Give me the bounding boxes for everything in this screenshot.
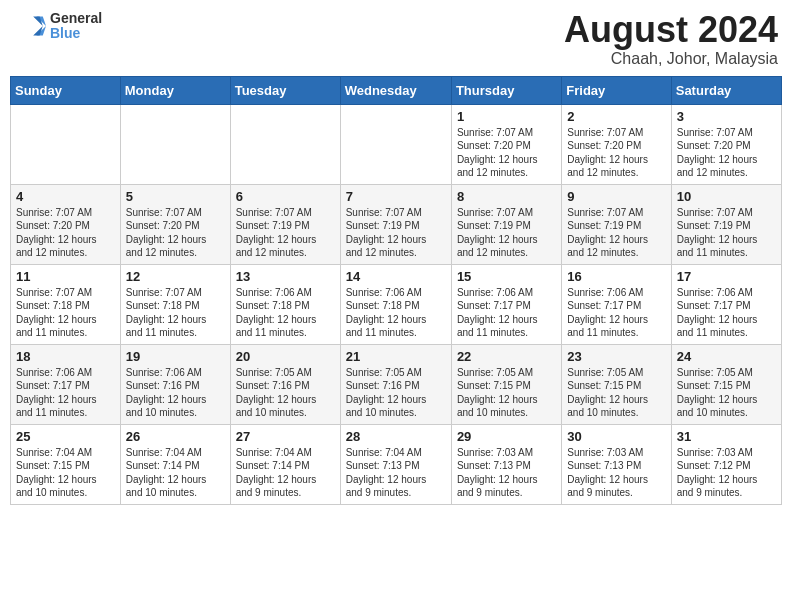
day-info: Sunrise: 7:06 AM Sunset: 7:17 PM Dayligh… bbox=[457, 286, 556, 340]
calendar-cell bbox=[11, 104, 121, 184]
day-number: 6 bbox=[236, 189, 335, 204]
day-info: Sunrise: 7:07 AM Sunset: 7:19 PM Dayligh… bbox=[346, 206, 446, 260]
calendar-cell: 21Sunrise: 7:05 AM Sunset: 7:16 PM Dayli… bbox=[340, 344, 451, 424]
day-number: 12 bbox=[126, 269, 225, 284]
day-info: Sunrise: 7:03 AM Sunset: 7:13 PM Dayligh… bbox=[567, 446, 665, 500]
calendar-cell: 1Sunrise: 7:07 AM Sunset: 7:20 PM Daylig… bbox=[451, 104, 561, 184]
day-info: Sunrise: 7:07 AM Sunset: 7:19 PM Dayligh… bbox=[677, 206, 776, 260]
day-info: Sunrise: 7:05 AM Sunset: 7:16 PM Dayligh… bbox=[236, 366, 335, 420]
day-number: 13 bbox=[236, 269, 335, 284]
page-header: General Blue August 2024 Chaah, Johor, M… bbox=[10, 10, 782, 68]
day-info: Sunrise: 7:05 AM Sunset: 7:15 PM Dayligh… bbox=[457, 366, 556, 420]
day-number: 29 bbox=[457, 429, 556, 444]
day-number: 8 bbox=[457, 189, 556, 204]
day-info: Sunrise: 7:07 AM Sunset: 7:20 PM Dayligh… bbox=[677, 126, 776, 180]
day-number: 28 bbox=[346, 429, 446, 444]
day-info: Sunrise: 7:06 AM Sunset: 7:18 PM Dayligh… bbox=[236, 286, 335, 340]
day-info: Sunrise: 7:06 AM Sunset: 7:16 PM Dayligh… bbox=[126, 366, 225, 420]
weekday-header-wednesday: Wednesday bbox=[340, 76, 451, 104]
day-info: Sunrise: 7:04 AM Sunset: 7:14 PM Dayligh… bbox=[236, 446, 335, 500]
day-info: Sunrise: 7:07 AM Sunset: 7:20 PM Dayligh… bbox=[126, 206, 225, 260]
day-info: Sunrise: 7:07 AM Sunset: 7:18 PM Dayligh… bbox=[126, 286, 225, 340]
day-info: Sunrise: 7:05 AM Sunset: 7:16 PM Dayligh… bbox=[346, 366, 446, 420]
day-info: Sunrise: 7:04 AM Sunset: 7:13 PM Dayligh… bbox=[346, 446, 446, 500]
calendar-table: SundayMondayTuesdayWednesdayThursdayFrid… bbox=[10, 76, 782, 505]
week-row-5: 25Sunrise: 7:04 AM Sunset: 7:15 PM Dayli… bbox=[11, 424, 782, 504]
calendar-cell: 11Sunrise: 7:07 AM Sunset: 7:18 PM Dayli… bbox=[11, 264, 121, 344]
day-info: Sunrise: 7:07 AM Sunset: 7:19 PM Dayligh… bbox=[457, 206, 556, 260]
day-number: 19 bbox=[126, 349, 225, 364]
calendar-cell: 23Sunrise: 7:05 AM Sunset: 7:15 PM Dayli… bbox=[562, 344, 671, 424]
weekday-header-monday: Monday bbox=[120, 76, 230, 104]
month-title: August 2024 bbox=[564, 10, 778, 50]
calendar-cell: 16Sunrise: 7:06 AM Sunset: 7:17 PM Dayli… bbox=[562, 264, 671, 344]
calendar-cell: 5Sunrise: 7:07 AM Sunset: 7:20 PM Daylig… bbox=[120, 184, 230, 264]
day-info: Sunrise: 7:03 AM Sunset: 7:12 PM Dayligh… bbox=[677, 446, 776, 500]
week-row-2: 4Sunrise: 7:07 AM Sunset: 7:20 PM Daylig… bbox=[11, 184, 782, 264]
weekday-header-thursday: Thursday bbox=[451, 76, 561, 104]
day-number: 23 bbox=[567, 349, 665, 364]
calendar-cell: 26Sunrise: 7:04 AM Sunset: 7:14 PM Dayli… bbox=[120, 424, 230, 504]
day-number: 9 bbox=[567, 189, 665, 204]
calendar-cell: 25Sunrise: 7:04 AM Sunset: 7:15 PM Dayli… bbox=[11, 424, 121, 504]
day-number: 15 bbox=[457, 269, 556, 284]
logo: General Blue bbox=[14, 10, 102, 42]
day-info: Sunrise: 7:05 AM Sunset: 7:15 PM Dayligh… bbox=[677, 366, 776, 420]
calendar-cell: 29Sunrise: 7:03 AM Sunset: 7:13 PM Dayli… bbox=[451, 424, 561, 504]
week-row-4: 18Sunrise: 7:06 AM Sunset: 7:17 PM Dayli… bbox=[11, 344, 782, 424]
week-row-1: 1Sunrise: 7:07 AM Sunset: 7:20 PM Daylig… bbox=[11, 104, 782, 184]
day-info: Sunrise: 7:06 AM Sunset: 7:17 PM Dayligh… bbox=[16, 366, 115, 420]
calendar-cell: 22Sunrise: 7:05 AM Sunset: 7:15 PM Dayli… bbox=[451, 344, 561, 424]
calendar-cell: 17Sunrise: 7:06 AM Sunset: 7:17 PM Dayli… bbox=[671, 264, 781, 344]
calendar-cell: 3Sunrise: 7:07 AM Sunset: 7:20 PM Daylig… bbox=[671, 104, 781, 184]
day-number: 4 bbox=[16, 189, 115, 204]
day-info: Sunrise: 7:03 AM Sunset: 7:13 PM Dayligh… bbox=[457, 446, 556, 500]
day-number: 17 bbox=[677, 269, 776, 284]
day-number: 7 bbox=[346, 189, 446, 204]
day-number: 10 bbox=[677, 189, 776, 204]
day-info: Sunrise: 7:07 AM Sunset: 7:19 PM Dayligh… bbox=[236, 206, 335, 260]
day-number: 25 bbox=[16, 429, 115, 444]
day-number: 11 bbox=[16, 269, 115, 284]
weekday-header-row: SundayMondayTuesdayWednesdayThursdayFrid… bbox=[11, 76, 782, 104]
day-number: 16 bbox=[567, 269, 665, 284]
calendar-cell: 4Sunrise: 7:07 AM Sunset: 7:20 PM Daylig… bbox=[11, 184, 121, 264]
location-subtitle: Chaah, Johor, Malaysia bbox=[564, 50, 778, 68]
day-info: Sunrise: 7:07 AM Sunset: 7:20 PM Dayligh… bbox=[567, 126, 665, 180]
calendar-cell: 15Sunrise: 7:06 AM Sunset: 7:17 PM Dayli… bbox=[451, 264, 561, 344]
weekday-header-tuesday: Tuesday bbox=[230, 76, 340, 104]
day-info: Sunrise: 7:07 AM Sunset: 7:20 PM Dayligh… bbox=[16, 206, 115, 260]
day-number: 27 bbox=[236, 429, 335, 444]
weekday-header-saturday: Saturday bbox=[671, 76, 781, 104]
calendar-cell bbox=[120, 104, 230, 184]
calendar-cell: 24Sunrise: 7:05 AM Sunset: 7:15 PM Dayli… bbox=[671, 344, 781, 424]
calendar-cell: 27Sunrise: 7:04 AM Sunset: 7:14 PM Dayli… bbox=[230, 424, 340, 504]
calendar-cell: 13Sunrise: 7:06 AM Sunset: 7:18 PM Dayli… bbox=[230, 264, 340, 344]
calendar-cell: 12Sunrise: 7:07 AM Sunset: 7:18 PM Dayli… bbox=[120, 264, 230, 344]
logo-text: General Blue bbox=[50, 11, 102, 42]
calendar-cell: 14Sunrise: 7:06 AM Sunset: 7:18 PM Dayli… bbox=[340, 264, 451, 344]
calendar-cell: 2Sunrise: 7:07 AM Sunset: 7:20 PM Daylig… bbox=[562, 104, 671, 184]
calendar-cell: 28Sunrise: 7:04 AM Sunset: 7:13 PM Dayli… bbox=[340, 424, 451, 504]
calendar-cell: 19Sunrise: 7:06 AM Sunset: 7:16 PM Dayli… bbox=[120, 344, 230, 424]
calendar-cell bbox=[340, 104, 451, 184]
calendar-cell: 31Sunrise: 7:03 AM Sunset: 7:12 PM Dayli… bbox=[671, 424, 781, 504]
calendar-cell: 6Sunrise: 7:07 AM Sunset: 7:19 PM Daylig… bbox=[230, 184, 340, 264]
calendar-cell bbox=[230, 104, 340, 184]
day-number: 26 bbox=[126, 429, 225, 444]
day-info: Sunrise: 7:06 AM Sunset: 7:17 PM Dayligh… bbox=[567, 286, 665, 340]
day-info: Sunrise: 7:04 AM Sunset: 7:14 PM Dayligh… bbox=[126, 446, 225, 500]
day-number: 18 bbox=[16, 349, 115, 364]
day-info: Sunrise: 7:07 AM Sunset: 7:18 PM Dayligh… bbox=[16, 286, 115, 340]
weekday-header-sunday: Sunday bbox=[11, 76, 121, 104]
day-info: Sunrise: 7:05 AM Sunset: 7:15 PM Dayligh… bbox=[567, 366, 665, 420]
day-info: Sunrise: 7:07 AM Sunset: 7:20 PM Dayligh… bbox=[457, 126, 556, 180]
week-row-3: 11Sunrise: 7:07 AM Sunset: 7:18 PM Dayli… bbox=[11, 264, 782, 344]
day-info: Sunrise: 7:04 AM Sunset: 7:15 PM Dayligh… bbox=[16, 446, 115, 500]
calendar-cell: 10Sunrise: 7:07 AM Sunset: 7:19 PM Dayli… bbox=[671, 184, 781, 264]
logo-icon bbox=[14, 10, 46, 42]
calendar-cell: 20Sunrise: 7:05 AM Sunset: 7:16 PM Dayli… bbox=[230, 344, 340, 424]
day-info: Sunrise: 7:07 AM Sunset: 7:19 PM Dayligh… bbox=[567, 206, 665, 260]
day-number: 14 bbox=[346, 269, 446, 284]
title-block: August 2024 Chaah, Johor, Malaysia bbox=[564, 10, 778, 68]
